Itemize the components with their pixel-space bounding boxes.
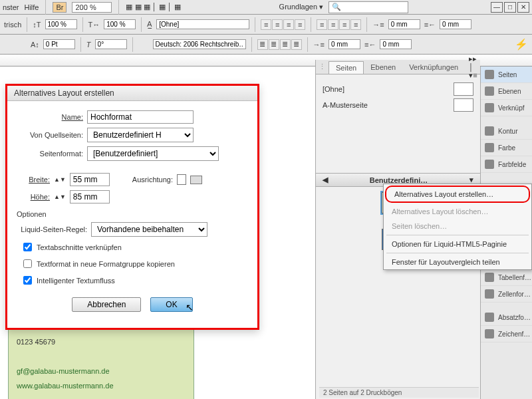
control-strip-2: A↕ T ≣≣≣≣ →≡ ≡← ⚡ [0, 35, 532, 55]
align-group-1[interactable]: ≡≡≡≡ [261, 19, 305, 30]
leading-icon[interactable]: A↕ [31, 41, 39, 49]
phone-number: 0123 45679 [17, 334, 186, 349]
side-verk[interactable]: Verknüpf [481, 100, 532, 116]
search-input[interactable]: 🔍 [329, 1, 408, 13]
side-absatzfo[interactable]: Absatzfo… [481, 309, 532, 326]
portrait-icon[interactable] [177, 174, 186, 185]
dialog-title: Alternatives Layout erstellen [7, 86, 257, 101]
parastyle-icon [485, 313, 494, 322]
chk-smart-reflow[interactable] [23, 276, 32, 285]
cancel-button[interactable]: Abbrechen [72, 297, 141, 312]
side-zellenfor[interactable]: Zellenfor… [481, 286, 532, 303]
indent-2[interactable] [440, 19, 471, 29]
ctx-liquid-options[interactable]: Optionen für Liquid-HTML5-Paginie [384, 237, 531, 251]
panel-options-icon[interactable]: ⋮ [316, 63, 329, 71]
liquid-select[interactable]: Vorhandene beibehalten [91, 222, 207, 237]
pages-status-bar: 2 Seiten auf 2 Druckbögen [319, 387, 479, 398]
workspace-selector[interactable]: Grundlagen ▾ [279, 3, 324, 11]
search-icon: 🔍 [332, 3, 341, 11]
br-badge[interactable]: Br [53, 2, 66, 13]
leading-value[interactable] [43, 39, 75, 49]
height-input[interactable] [70, 190, 110, 203]
indent-1[interactable] [388, 19, 420, 29]
cellstyle-icon [485, 289, 494, 299]
t-width-icon[interactable]: T↔ [88, 21, 100, 29]
font-size-1[interactable] [45, 19, 77, 29]
tt-icon[interactable]: ↕T [33, 21, 41, 29]
a-underline-icon[interactable]: A̲ [147, 20, 152, 29]
options-heading: Optionen [17, 210, 248, 218]
close-button[interactable]: ✕ [517, 2, 529, 13]
side-kontur[interactable]: Kontur [481, 123, 532, 140]
tab-seiten[interactable]: Seiten [329, 61, 364, 74]
email-text: gf@galabau-mustermann.de [17, 364, 186, 378]
charstyle-icon [485, 329, 494, 338]
master-ohne[interactable]: [Ohne] [323, 82, 473, 96]
color-icon [485, 143, 494, 152]
menu-bar: nster Hilfe Br 200 % ▦ ▦ ▦ │ ▦ │ ▦ Grund… [0, 0, 532, 15]
side-farbfelde[interactable]: Farbfelde [481, 156, 532, 173]
chk-copy-styles[interactable] [23, 259, 32, 268]
width-label: Breite: [17, 176, 50, 184]
side-farbe[interactable]: Farbe [481, 140, 532, 156]
business-card-doc: 0123 45679 gf@galabau-mustermann.de www.… [8, 326, 194, 399]
links-icon [485, 103, 494, 112]
format-label: Seitenformat: [17, 150, 83, 158]
pages-icon [485, 70, 494, 79]
language-select[interactable] [153, 39, 246, 49]
menu-fenster[interactable]: nster [3, 3, 19, 11]
source-select[interactable]: Benutzerdefiniert H [87, 128, 194, 142]
landscape-icon[interactable] [190, 176, 202, 184]
ok-button[interactable]: OK↖ [150, 297, 192, 312]
chk1-label: Textabschnitte verknüpfen [37, 243, 122, 251]
ctx-delete-alt-layout: Alternatives Layout löschen… [384, 204, 531, 219]
layers-icon [485, 86, 494, 96]
view-icons[interactable]: ▦ ▦ ▦ │ ▦ │ ▦ [126, 3, 180, 11]
tab-verk[interactable]: Verknüpfungen [402, 61, 465, 73]
justify-group[interactable]: ≣≣≣≣ [257, 39, 302, 50]
ctx-create-alt-layout[interactable]: Alternatives Layout erstellen… [385, 186, 530, 203]
orient-label: Ausrichtung: [132, 176, 173, 184]
source-label: Von Quellseiten: [17, 131, 83, 139]
trisch-label: trisch [4, 21, 21, 29]
cursor-icon: ↖ [186, 302, 194, 313]
width-input[interactable] [70, 173, 110, 186]
name-input[interactable] [87, 110, 194, 124]
tablestyle-icon [485, 273, 494, 282]
alt-layout-dialog: Alternatives Layout erstellen Name: Von … [5, 84, 259, 330]
stroke-icon [485, 126, 494, 136]
lightning-icon[interactable]: ⚡ [515, 38, 528, 51]
ctx-split-window[interactable]: Fenster für Layoutvergleich teilen [384, 255, 531, 269]
skew-icon[interactable]: T [86, 41, 91, 49]
indent-3[interactable] [329, 39, 360, 49]
menu-hilfe[interactable]: Hilfe [24, 3, 39, 11]
collapse-icon[interactable]: ▸▸ │ ▾≡ [465, 55, 481, 80]
side-ebenen[interactable]: Ebenen [481, 83, 532, 100]
char-style[interactable] [156, 19, 249, 29]
web-text: www.galabau-mustermann.de [17, 378, 186, 393]
master-pages-list: [Ohne] A-Musterseite [316, 74, 480, 120]
indent-4[interactable] [380, 39, 412, 49]
align-group-2[interactable]: ≡≡≡≡ [317, 19, 361, 30]
liquid-label: Liquid-Seiten-Regel: [13, 225, 87, 233]
skew-value[interactable] [95, 39, 127, 49]
name-label: Name: [17, 113, 83, 121]
minimize-button[interactable]: — [491, 2, 503, 13]
tab-ebenen[interactable]: Ebenen [364, 61, 402, 73]
maximize-button[interactable]: □ [504, 2, 516, 13]
side-zeichenf[interactable]: Zeichenf… [481, 326, 532, 342]
side-tabellenf[interactable]: Tabellenf… [481, 269, 532, 286]
swatches-icon [485, 160, 494, 169]
chk3-label: Intelligenter Textumfluss [37, 277, 115, 285]
context-menu: Alternatives Layout erstellen… Alternati… [383, 184, 532, 270]
chk2-label: Textformat in neue Formatgruppe kopieren [37, 260, 175, 268]
zoom-level[interactable]: 200 % [72, 2, 112, 13]
side-seiten[interactable]: Seiten [481, 66, 532, 83]
chk-link-text[interactable] [23, 243, 32, 251]
ctx-delete-pages: Seiten löschen… [384, 219, 531, 233]
font-size-2[interactable] [104, 19, 136, 29]
panel-tabs: ⋮ Seiten Ebenen Verknüpfungen ▸▸ │ ▾≡ [316, 60, 480, 74]
master-amust[interactable]: A-Musterseite [323, 98, 473, 112]
control-strip-1: trisch ↕T T↔ A̲ ≡≡≡≡ ≡≡≡≡ →≡ ≡← [0, 15, 532, 35]
format-select[interactable]: [Benutzerdefiniert] [87, 146, 219, 161]
